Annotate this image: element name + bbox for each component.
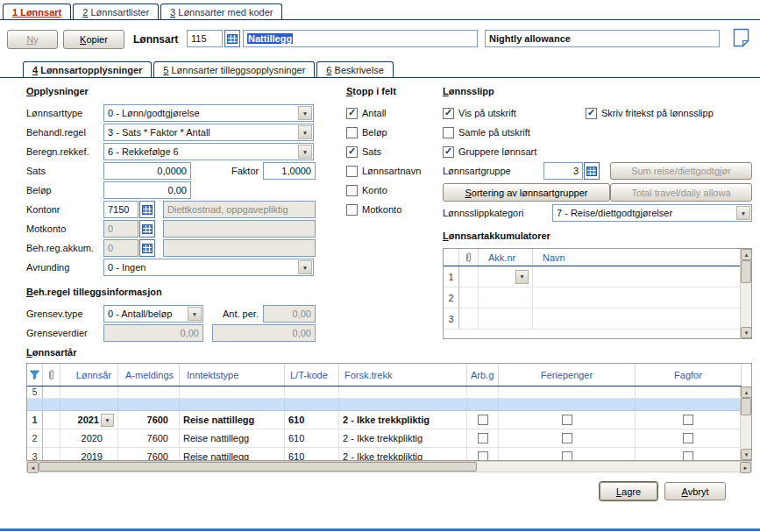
scroll-up-button[interactable] [741, 249, 752, 260]
lonnsart-name-en-input[interactable]: Nightly allowance [485, 30, 720, 47]
skriv-fritekst-checkbox[interactable] [586, 108, 597, 119]
vis-pa-utskrift-checkbox[interactable] [443, 108, 454, 119]
behandlregel-select[interactable]: 3 - Sats * Faktor * Antall [103, 124, 314, 141]
lonnsar-value: 2020 [82, 433, 103, 443]
fagfor-checkbox[interactable] [683, 415, 693, 425]
sum-reise-button[interactable]: Sum reise/diettgodtgjør [610, 162, 752, 180]
scroll-right-button[interactable] [740, 462, 751, 473]
behregakkum-label: Beh.reg.akkum. [26, 243, 103, 253]
behregakkum-lookup-button[interactable] [139, 239, 155, 257]
akkumulator-row[interactable]: 2 [444, 287, 741, 309]
antper-input[interactable]: 0,00 [263, 305, 316, 323]
scroll-down-button[interactable] [741, 449, 752, 460]
akkumulator-vertical-scrollbar[interactable] [740, 249, 751, 338]
stopp-lonnsartnavn-checkbox[interactable] [346, 166, 358, 177]
lonnsar-column-header: Lønnsår [60, 364, 118, 386]
stopp-motkonto-checkbox[interactable] [346, 204, 358, 216]
belop-input[interactable]: 0,00 [103, 181, 191, 199]
lonnsartar-row[interactable]: 3 2019 7600 Reise nattillegg 610 2 - Ikk… [27, 448, 742, 461]
lonnsslippkategori-select[interactable]: 7 - Reise/diettgodtgjørelser [552, 204, 752, 222]
lonnsartgruppe-input[interactable]: 3 [543, 162, 583, 180]
scroll-down-button[interactable] [741, 327, 752, 338]
arbg-checkbox[interactable] [478, 415, 488, 425]
main-tab-bar: 1 Lønnsart 2 Lønnsartlister 3 Lønnsarter… [0, 2, 760, 20]
filter-button[interactable] [27, 364, 43, 386]
stopp-konto-checkbox[interactable] [346, 185, 358, 196]
feriepenger-checkbox[interactable] [562, 451, 572, 461]
akknr-select-chevron-down-icon[interactable] [515, 270, 529, 284]
lonnsartar-insert-row[interactable]: 5 [27, 387, 742, 399]
scrollbar-thumb[interactable] [741, 260, 751, 283]
stopp-antall-checkbox[interactable] [346, 108, 358, 119]
ameldings-value: 7600 [147, 415, 168, 425]
tab-tilleggsopplysninger[interactable]: 5 Lønnsarter tilleggsopplysninger [153, 61, 315, 77]
scrollbar-thumb[interactable] [741, 398, 751, 415]
kontonr-description: Diettkostnad, oppgavepliktig [163, 201, 316, 218]
behregakkum-value: 0 [108, 243, 113, 253]
stopp-belop-checkbox[interactable] [346, 127, 358, 138]
kontonr-lookup-button[interactable] [139, 201, 155, 218]
antper-value: 0,00 [293, 309, 311, 319]
motkonto-lookup-button[interactable] [139, 220, 155, 238]
lonnsart-number-value: 115 [191, 33, 207, 44]
lonnsartar-row[interactable]: 2 2020 7600 Reise nattillegg 610 2 - Ikk… [27, 429, 742, 448]
samle-pa-utskrift-checkbox[interactable] [443, 127, 454, 138]
grenseverdier-label: Grenseverdier [26, 328, 103, 338]
arbg-checkbox[interactable] [478, 433, 488, 443]
lonnsslippkategori-label: Lønnsslippkategori [443, 208, 552, 218]
grid-icon [586, 167, 597, 176]
arbg-checkbox[interactable] [478, 451, 488, 461]
fagfor-checkbox[interactable] [683, 451, 693, 461]
feriepenger-checkbox[interactable] [562, 433, 572, 443]
lonnsar-select-chevron-down-icon[interactable] [101, 414, 114, 427]
lonnsart-number-input[interactable]: 115 [187, 30, 223, 47]
grensevtype-select[interactable]: 0 - Antall/beløp [103, 305, 203, 323]
belop-label: Beløp [26, 185, 103, 195]
fagfor-checkbox[interactable] [683, 433, 693, 443]
avrunding-select[interactable]: 0 - Ingen [103, 259, 314, 276]
lonnsartar-vertical-scrollbar[interactable] [740, 387, 751, 460]
grenseverdi2-input[interactable]: 0,00 [212, 324, 316, 342]
lonnsarttype-select[interactable]: 0 - Lønn/godtgjørelse [103, 104, 314, 122]
akkumulator-row[interactable]: 3 [444, 309, 741, 330]
scroll-left-button[interactable] [27, 462, 39, 473]
beregnrekkef-select[interactable]: 6 - Rekkefølge 6 [103, 143, 314, 160]
feriepenger-checkbox[interactable] [562, 415, 572, 425]
chevron-down-icon [298, 125, 312, 139]
toolbar: Ny Kopier Lønnsart 115 Nattillegg Nightl… [0, 26, 760, 53]
forsktrekk-column-header: Forsk.trekk [339, 364, 467, 386]
inntektstype-column-header: Inntektstype [180, 364, 285, 386]
tab-lonnsartopplysninger[interactable]: 4 Lønnsartopplysninger [23, 61, 152, 77]
new-button[interactable]: Ny [7, 30, 58, 49]
lonnsartar-row[interactable]: 1 2021 7600 Reise nattillegg 610 2 - Ikk… [27, 411, 742, 429]
lonnsartgruppe-lookup-button[interactable] [584, 162, 600, 180]
tab-beskrivelse[interactable]: 6 Beskrivelse [316, 61, 393, 77]
lonnsart-name-input[interactable]: Nattillegg [243, 30, 478, 47]
motkonto-input[interactable]: 0 [103, 220, 139, 238]
forsktrekk-value: 2 - Ikke trekkpliktig [343, 415, 430, 425]
sats-input[interactable]: 0,0000 [103, 162, 191, 180]
behregakkum-input[interactable]: 0 [103, 239, 139, 257]
scrollbar-thumb[interactable] [39, 462, 477, 472]
kontonr-input[interactable]: 7150 [103, 201, 139, 218]
sortering-button[interactable]: Sortering av lønnsartgrupper [443, 183, 610, 202]
save-button[interactable]: Lagre [600, 482, 657, 500]
lonnsartar-selected-empty-row[interactable] [27, 399, 742, 411]
tab-lonnsart[interactable]: 1 Lønnsart [3, 4, 71, 19]
tab-lonnsarter-med-koder[interactable]: 3 Lønnsarter med koder [160, 4, 282, 19]
copy-button[interactable]: Kopier [63, 30, 124, 49]
note-icon[interactable] [733, 28, 749, 49]
lonnsart-lookup-button[interactable] [224, 30, 240, 47]
stopp-sats-checkbox[interactable] [346, 146, 358, 158]
faktor-input[interactable]: 1,0000 [263, 162, 316, 180]
grenseverdi1-input[interactable]: 0,00 [103, 324, 203, 342]
scroll-up-button[interactable] [741, 387, 752, 398]
cancel-button[interactable]: Avbryt [664, 482, 726, 500]
akkumulator-row[interactable]: 1 [444, 266, 741, 287]
lonnsartar-horizontal-scrollbar[interactable] [26, 461, 752, 472]
grenseverdi1-value: 0,00 [181, 328, 199, 338]
tab-lonnsartlister[interactable]: 2 Lønnsartlister [73, 4, 159, 19]
total-travel-button[interactable]: Total travel/daily allowa [610, 183, 752, 202]
gruppere-lonnsart-checkbox[interactable] [443, 146, 454, 158]
new-button-label: Ny [26, 34, 38, 45]
